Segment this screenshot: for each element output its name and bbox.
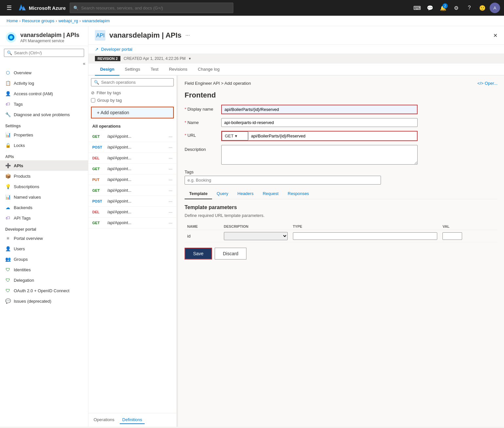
global-search-input[interactable] [81, 6, 230, 10]
op-more-7[interactable]: ··· [169, 209, 172, 215]
breadcrumb-apim[interactable]: vanarsdelapim [82, 18, 110, 23]
op-more-6[interactable]: ··· [169, 199, 172, 204]
revision-dropdown-icon[interactable]: ▾ [189, 56, 191, 61]
breadcrumb-webapi[interactable]: webapi_rg [58, 18, 78, 23]
sub-tab-headers[interactable]: Headers [233, 188, 258, 199]
sub-tab-responses[interactable]: Responses [283, 188, 314, 199]
url-path-field[interactable] [248, 132, 417, 140]
param-val-cell[interactable] [440, 230, 497, 242]
description-textarea[interactable] [221, 145, 418, 165]
display-name-field[interactable] [221, 105, 418, 114]
sidebar-search[interactable]: 🔍 [0, 46, 88, 60]
ops-tab-definitions[interactable]: Definitions [120, 416, 145, 424]
sidebar-item-oauth[interactable]: 🛡 OAuth 2.0 + OpenID Connect [0, 285, 88, 296]
discard-button[interactable]: Discard [215, 248, 246, 259]
close-icon[interactable]: ✕ [493, 32, 497, 39]
sidebar-search-input[interactable] [14, 50, 81, 55]
sidebar-item-groups[interactable]: 👥 Groups [0, 254, 88, 264]
cloud-shell-icon[interactable]: ⌨ [411, 2, 423, 14]
op-item-6[interactable]: POST /api/Appoint... ··· [88, 196, 176, 207]
sidebar-item-products[interactable]: 📦 Products [0, 171, 88, 181]
sidebar-item-issues[interactable]: 💬 Issues (deprecated) [0, 296, 88, 306]
group-by-tag[interactable]: Group by tag [88, 97, 176, 104]
name-field[interactable] [221, 118, 418, 127]
notifications-icon[interactable]: 🔔 2 [437, 2, 449, 14]
devportal-bar[interactable]: ↗ Developer portal [88, 45, 504, 54]
col-type: TYPE [290, 223, 440, 230]
settings-icon[interactable]: ⚙ [450, 2, 462, 14]
op-item-3[interactable]: GET /api/Appoint... ··· [88, 164, 176, 174]
properties-icon: 📊 [5, 132, 10, 137]
page-more-button[interactable]: ··· [186, 32, 190, 38]
param-type-cell[interactable] [290, 230, 440, 242]
param-description-select[interactable] [224, 232, 288, 240]
sub-tab-request[interactable]: Request [258, 188, 283, 199]
content-area: API vanarsdelapim | APIs ··· ✕ ↗ Develop… [88, 26, 504, 427]
sidebar-item-delegation[interactable]: 🛡 Delegation [0, 275, 88, 285]
breadcrumb-home[interactable]: Home [7, 18, 18, 23]
sidebar-item-locks[interactable]: 🔒 Locks [0, 140, 88, 151]
op-more-8[interactable]: ··· [169, 220, 172, 225]
url-method-dropdown[interactable]: GET ▾ [222, 132, 248, 140]
tab-settings[interactable]: Settings [119, 63, 145, 76]
op-item-0[interactable]: GET /api/Appoint... ··· [88, 131, 176, 142]
op-more-3[interactable]: ··· [169, 166, 172, 171]
sidebar-item-iam[interactable]: 👤 Access control (IAM) [0, 88, 88, 99]
sidebar-item-api-tags[interactable]: 🏷 API Tags [0, 213, 88, 223]
sidebar-item-identities[interactable]: 🛡 Identities [0, 264, 88, 275]
tags-input[interactable] [185, 176, 381, 185]
filter-by-tags[interactable]: ⊘ Filter by tags [88, 89, 176, 97]
description-field[interactable] [221, 145, 418, 166]
sidebar-item-activity-log[interactable]: 📋 Activity log [0, 78, 88, 88]
help-icon[interactable]: ? [463, 2, 475, 14]
op-more-2[interactable]: ··· [169, 155, 172, 161]
add-operation-button[interactable]: + Add operation [91, 107, 174, 118]
sub-tab-template[interactable]: Template [185, 188, 212, 199]
sidebar-item-users[interactable]: 👤 Users [0, 243, 88, 254]
op-more-0[interactable]: ··· [169, 134, 172, 139]
op-more-4[interactable]: ··· [169, 177, 172, 182]
sidebar-item-subscriptions[interactable]: 💡 Subscriptions [0, 181, 88, 192]
op-item-8[interactable]: GET /api/Appoint... ··· [88, 218, 176, 228]
display-name-input[interactable] [222, 105, 417, 114]
param-val-input[interactable] [442, 232, 462, 240]
param-description-cell[interactable] [221, 230, 290, 242]
tab-design[interactable]: Design [95, 63, 119, 76]
sidebar-item-apis[interactable]: ➕ APIs [0, 160, 88, 171]
ops-tab-operations[interactable]: Operations [91, 416, 117, 424]
op-item-7[interactable]: DEL /api/Appoint... ··· [88, 207, 176, 218]
sidebar-item-named-values[interactable]: 📊 Named values [0, 192, 88, 202]
sidebar-item-tags[interactable]: 🏷 Tags [0, 99, 88, 109]
hamburger-icon[interactable]: ☰ [4, 3, 14, 13]
operations-search[interactable]: 🔍 [88, 76, 176, 89]
required-star-3: * [185, 133, 188, 138]
op-more-1[interactable]: ··· [169, 145, 172, 150]
sidebar-collapse-btn[interactable]: « [83, 61, 85, 66]
tab-revisions[interactable]: Revisions [164, 63, 192, 76]
smile-icon[interactable]: 🙂 [477, 2, 488, 14]
code-editor-button[interactable]: </> Oper... [477, 81, 497, 86]
sidebar-item-portal-overview[interactable]: ≡ Portal overview [0, 233, 88, 243]
sidebar-item-diagnose[interactable]: 🔧 Diagnose and solve problems [0, 109, 88, 120]
url-path-input[interactable] [248, 132, 417, 140]
op-item-4[interactable]: PUT /api/Appoint... ··· [88, 174, 176, 185]
sub-tab-query[interactable]: Query [212, 188, 233, 199]
group-by-tag-checkbox[interactable] [91, 98, 95, 102]
op-item-5[interactable]: GET /api/Appoint... ··· [88, 185, 176, 196]
search-ops-input[interactable] [101, 80, 171, 85]
sidebar-item-properties[interactable]: 📊 Properties [0, 130, 88, 140]
sidebar-item-backends[interactable]: ☁ Backends [0, 202, 88, 213]
tab-changelog[interactable]: Change log [193, 63, 225, 76]
op-item-2[interactable]: DEL /api/Appoint... ··· [88, 153, 176, 164]
name-input[interactable] [221, 118, 418, 127]
breadcrumb-rg[interactable]: Resource groups [22, 18, 54, 23]
param-type-input[interactable] [293, 232, 438, 240]
save-button[interactable]: Save [185, 248, 212, 259]
op-more-5[interactable]: ··· [169, 188, 172, 193]
user-avatar[interactable]: A [490, 3, 500, 13]
op-item-1[interactable]: POST /api/Appoint... ··· [88, 142, 176, 153]
feedback-icon[interactable]: 💬 [424, 2, 436, 14]
sidebar-item-overview[interactable]: ⬡ Overview [0, 67, 88, 78]
global-search[interactable]: 🔍 [70, 3, 233, 13]
tab-test[interactable]: Test [145, 63, 164, 76]
